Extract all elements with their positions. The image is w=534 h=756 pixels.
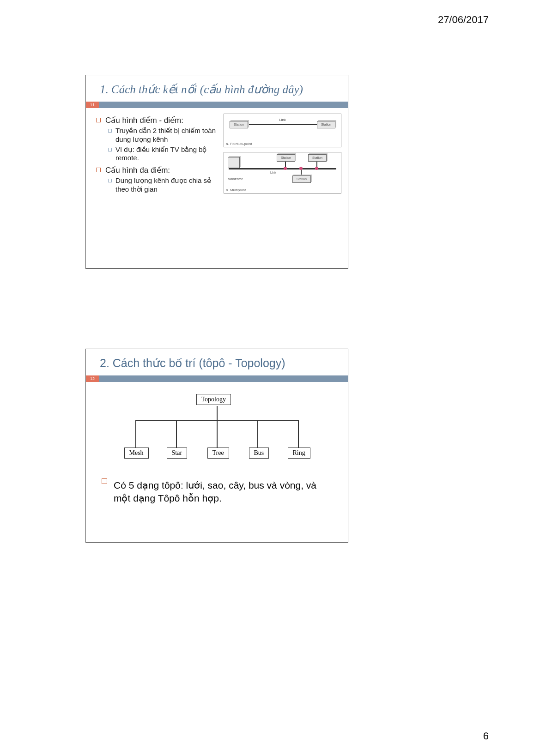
- tap-dot: [284, 167, 287, 170]
- station-box: Station: [317, 121, 335, 128]
- station-box: Station: [230, 121, 248, 128]
- mainframe-label: Mainframe: [228, 177, 243, 181]
- bus-line: [229, 168, 336, 169]
- tree-root: Topology: [196, 394, 231, 405]
- tree-leaf: Mesh: [124, 448, 149, 459]
- diagram-point-to-point: Link Station Station a. Point-to-point: [224, 114, 341, 147]
- divider-row: 12: [86, 375, 348, 382]
- text-column: Cấu hình điểm - điểm: Truyền dẫn 2 thiết…: [92, 114, 224, 198]
- divider-stripe: [99, 102, 348, 108]
- bullet-mp-heading: Cấu hình đa điểm: Dung lượng kênh được c…: [105, 165, 224, 194]
- slide-12: 2. Cách thức bố trí (tôpô - Topology) 12…: [85, 349, 348, 543]
- tap-dot: [315, 167, 318, 170]
- station-box: Station: [277, 154, 295, 162]
- caption: b. Multipoint: [224, 187, 341, 193]
- tree-line: [176, 420, 177, 448]
- station-box: Station: [308, 154, 327, 162]
- divider-row: 11: [86, 102, 348, 108]
- bullet-p2p-heading: Cấu hình điểm - điểm: Truyền dẫn 2 thiết…: [105, 115, 224, 163]
- tree-line: [217, 420, 218, 448]
- tree-leaf: Bus: [249, 448, 269, 459]
- bullet-sub: Ví dụ: điều khiển TV bằng bộ remote.: [115, 145, 224, 163]
- tree-line: [135, 420, 136, 448]
- slide-title: 1. Cách thức kết nối (cấu hình đường dây…: [86, 75, 348, 102]
- tree-leaf: Tree: [207, 448, 229, 459]
- mainframe-box: [228, 157, 240, 168]
- tree-leaf: Ring: [288, 448, 310, 459]
- diagram-column: Link Station Station a. Point-to-point L…: [224, 114, 341, 198]
- link-label: Link: [270, 171, 276, 174]
- slide-title: 2. Cách thức bố trí (tôpô - Topology): [86, 349, 348, 375]
- text: Cấu hình đa điểm:: [105, 166, 170, 175]
- caption: a. Point-to-point: [224, 141, 341, 147]
- slide-11: 1. Cách thức kết nối (cấu hình đường dây…: [85, 75, 348, 269]
- divider-stripe: [99, 375, 348, 382]
- diagram-multipoint: Link Station Station Station Mainframe b…: [224, 152, 341, 194]
- page: 27/06/2017 6 1. Cách thức kết nối (cấu h…: [0, 0, 534, 756]
- page-number: 6: [483, 730, 489, 742]
- text: Cấu hình điểm - điểm:: [105, 116, 183, 125]
- header-date: 27/06/2017: [438, 14, 489, 26]
- summary-bullet: Có 5 dạng tôpô: lưới, sao, cây, bus và v…: [86, 474, 348, 510]
- topology-tree: Topology Mesh Star Tree Bus Ring: [86, 382, 348, 474]
- slide-number-badge: 12: [86, 375, 99, 382]
- tap-dot: [299, 167, 303, 170]
- tree-line: [257, 420, 258, 448]
- station-box: Station: [292, 175, 311, 183]
- slide-body: Cấu hình điểm - điểm: Truyền dẫn 2 thiết…: [86, 108, 348, 198]
- bullet-sub: Dung lượng kênh được chia sẻ theo thời g…: [115, 176, 224, 194]
- bullet-sub: Truyền dẫn 2 thiết bị chiếm toàn dung lư…: [115, 127, 224, 144]
- tree-line: [298, 420, 299, 448]
- slide-number-badge: 11: [86, 102, 99, 108]
- tree-line: [217, 406, 218, 420]
- drop-line: [301, 169, 302, 176]
- tree-leaf: Star: [167, 448, 188, 459]
